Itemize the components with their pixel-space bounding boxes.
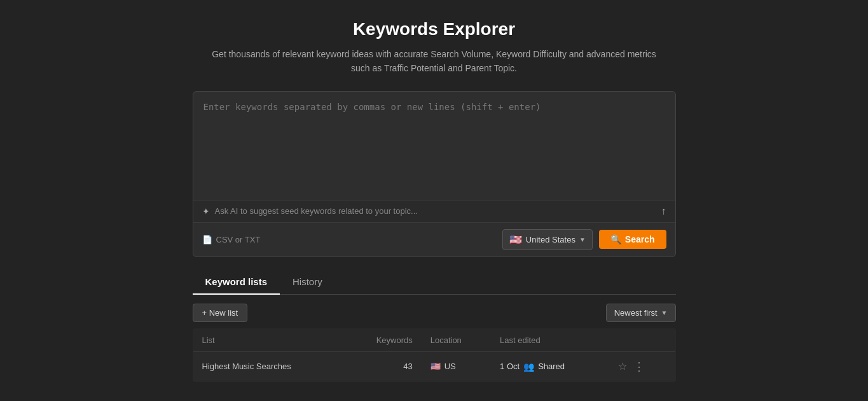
search-container: ✦ Ask AI to suggest seed keywords relate… (193, 91, 676, 257)
bottom-bar-right: 🇺🇸 United States ▼ 🔍 Search (502, 229, 666, 250)
ai-suggestion-bar[interactable]: ✦ Ask AI to suggest seed keywords relate… (202, 206, 418, 216)
list-name[interactable]: Highest Music Searches (193, 351, 345, 381)
col-header-location: Location (422, 328, 491, 351)
sort-label: Newest first (614, 308, 658, 318)
ai-input-placeholder: Ask AI to suggest seed keywords related … (215, 206, 418, 216)
more-options-button[interactable]: ⋮ (632, 358, 646, 375)
tab-bar: Keyword lists History (193, 270, 676, 295)
search-icon: 🔍 (610, 234, 621, 244)
table-row: Highest Music Searches 43 🇺🇸 US 1 Oct 👥 … (193, 351, 675, 381)
keyword-input[interactable] (193, 92, 675, 200)
keywords-count: 43 (345, 351, 422, 381)
ai-upload-button[interactable]: ↑ (661, 206, 666, 217)
shared-icon: 👥 (523, 362, 534, 372)
csv-upload-label[interactable]: 📄 CSV or TXT (202, 235, 261, 244)
tab-keyword-lists[interactable]: Keyword lists (193, 270, 280, 295)
tab-history[interactable]: History (280, 270, 335, 295)
favorite-button[interactable]: ☆ (617, 359, 628, 374)
chevron-down-icon: ▼ (579, 236, 586, 243)
country-flag: 🇺🇸 (509, 234, 522, 246)
col-header-keywords: Keywords (345, 328, 422, 351)
country-name: United States (526, 235, 575, 244)
new-list-button[interactable]: + New list (193, 304, 248, 322)
file-icon: 📄 (202, 235, 212, 244)
sparkle-icon: ✦ (202, 206, 210, 216)
sort-dropdown[interactable]: Newest first ▼ (606, 304, 676, 322)
page-subtitle: Get thousands of relevant keyword ideas … (205, 47, 663, 76)
page-title: Keywords Explorer (353, 19, 515, 39)
upload-icon: ↑ (661, 206, 666, 216)
bottom-bar: 📄 CSV or TXT 🇺🇸 United States ▼ 🔍 Search (193, 222, 675, 257)
col-header-list: List (193, 328, 345, 351)
ai-bar: ✦ Ask AI to suggest seed keywords relate… (193, 200, 675, 222)
country-selector[interactable]: 🇺🇸 United States ▼ (502, 229, 593, 250)
lists-section: Keyword lists History + New list Newest … (193, 270, 676, 382)
csv-label-text: CSV or TXT (216, 235, 261, 244)
table-header-row: List Keywords Location Last edited (193, 328, 675, 351)
last-edited: 1 Oct 👥 Shared (491, 351, 608, 381)
location-flag: 🇺🇸 (431, 362, 441, 371)
search-button-label: Search (625, 234, 655, 244)
shared-label: Shared (538, 362, 565, 371)
search-button[interactable]: 🔍 Search (599, 230, 666, 249)
lists-table: List Keywords Location Last edited Highe… (193, 328, 676, 382)
location-code: US (444, 362, 456, 371)
location-cell: 🇺🇸 US (422, 351, 491, 381)
col-header-last-edited: Last edited (491, 328, 608, 351)
chevron-down-icon: ▼ (661, 309, 668, 316)
table-toolbar: + New list Newest first ▼ (193, 304, 676, 322)
col-header-actions (608, 328, 675, 351)
row-actions: ☆ ⋮ (608, 351, 675, 381)
last-edited-date: 1 Oct (500, 362, 520, 371)
